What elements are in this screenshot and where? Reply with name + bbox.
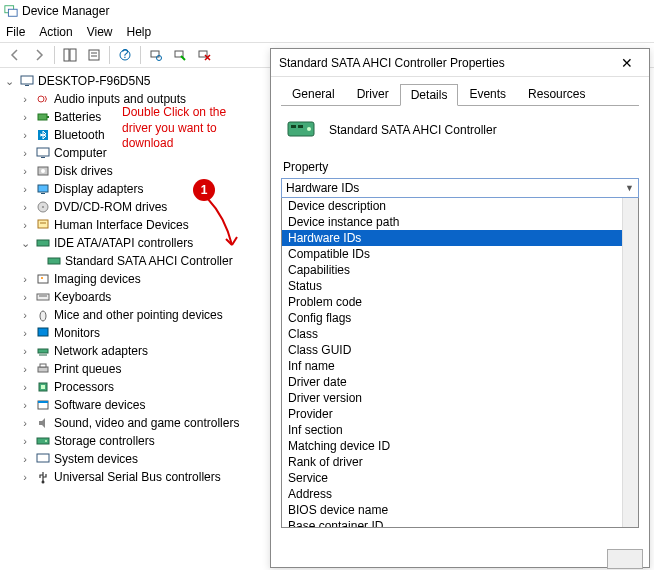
dropdown-item[interactable]: Class bbox=[282, 326, 638, 342]
tree-item[interactable]: ›Sound, video and game controllers bbox=[2, 414, 278, 432]
svg-point-52 bbox=[307, 127, 311, 131]
expand-icon[interactable]: › bbox=[18, 399, 32, 411]
dropdown-item[interactable]: Driver version bbox=[282, 390, 638, 406]
dropdown-item[interactable]: Rank of driver bbox=[282, 454, 638, 470]
show-hide-button[interactable] bbox=[59, 44, 81, 66]
expand-icon[interactable]: › bbox=[18, 183, 32, 195]
dialog-button[interactable] bbox=[607, 549, 643, 569]
collapse-icon[interactable]: ⌄ bbox=[2, 75, 16, 88]
property-dropdown[interactable]: Device descriptionDevice instance pathHa… bbox=[281, 198, 639, 528]
expand-icon[interactable]: › bbox=[18, 417, 32, 429]
separator bbox=[109, 46, 110, 64]
tree-item-label: IDE ATA/ATAPI controllers bbox=[54, 236, 193, 250]
annotation-arrow-1 bbox=[190, 197, 240, 257]
category-icon bbox=[35, 217, 51, 233]
menu-view[interactable]: View bbox=[87, 25, 113, 39]
tree-item-label: Human Interface Devices bbox=[54, 218, 189, 232]
tab-general[interactable]: General bbox=[281, 83, 346, 105]
property-selected: Hardware IDs bbox=[286, 181, 359, 195]
dropdown-item[interactable]: Device instance path bbox=[282, 214, 638, 230]
dropdown-item[interactable]: Inf section bbox=[282, 422, 638, 438]
dropdown-item[interactable]: Service bbox=[282, 470, 638, 486]
scan-button[interactable] bbox=[145, 44, 167, 66]
device-header: Standard SATA AHCI Controller bbox=[281, 106, 639, 158]
svg-rect-17 bbox=[47, 116, 49, 118]
dropdown-item[interactable]: Driver date bbox=[282, 374, 638, 390]
expand-icon[interactable]: › bbox=[18, 309, 32, 321]
expand-icon[interactable]: › bbox=[18, 381, 32, 393]
tab-driver[interactable]: Driver bbox=[346, 83, 400, 105]
tree-item[interactable]: ›System devices bbox=[2, 450, 278, 468]
dropdown-item[interactable]: Problem code bbox=[282, 294, 638, 310]
tree-item-label: Storage controllers bbox=[54, 434, 155, 448]
expand-icon[interactable]: › bbox=[18, 273, 32, 285]
tree-item[interactable]: ›Imaging devices bbox=[2, 270, 278, 288]
expand-icon[interactable]: › bbox=[18, 165, 32, 177]
dropdown-item[interactable]: Matching device ID bbox=[282, 438, 638, 454]
update-button[interactable] bbox=[169, 44, 191, 66]
expand-icon[interactable]: › bbox=[18, 345, 32, 357]
tree-item[interactable]: ›Keyboards bbox=[2, 288, 278, 306]
separator bbox=[140, 46, 141, 64]
tree-item[interactable]: ›Disk drives bbox=[2, 162, 278, 180]
tree-item[interactable]: ›Network adapters bbox=[2, 342, 278, 360]
tree-item[interactable]: ›Storage controllers bbox=[2, 432, 278, 450]
expand-icon[interactable]: › bbox=[18, 363, 32, 375]
svg-rect-33 bbox=[37, 294, 49, 300]
expand-icon[interactable]: › bbox=[18, 219, 32, 231]
dropdown-item[interactable]: Class GUID bbox=[282, 342, 638, 358]
expand-icon[interactable]: › bbox=[18, 111, 32, 123]
expand-icon[interactable]: › bbox=[18, 147, 32, 159]
expand-icon[interactable]: ⌄ bbox=[18, 237, 32, 250]
tree-item[interactable]: ›Display adapters bbox=[2, 180, 278, 198]
tab-resources[interactable]: Resources bbox=[517, 83, 596, 105]
tree-item[interactable]: ›Software devices bbox=[2, 396, 278, 414]
dropdown-item[interactable]: Hardware IDs bbox=[282, 230, 638, 246]
tab-events[interactable]: Events bbox=[458, 83, 517, 105]
forward-button[interactable] bbox=[28, 44, 50, 66]
tree-item[interactable]: ›Universal Serial Bus controllers bbox=[2, 468, 278, 486]
uninstall-button[interactable] bbox=[193, 44, 215, 66]
dialog-titlebar: Standard SATA AHCI Controller Properties… bbox=[271, 49, 649, 77]
expand-icon[interactable]: › bbox=[18, 453, 32, 465]
expand-icon[interactable]: › bbox=[18, 327, 32, 339]
dropdown-item[interactable]: Provider bbox=[282, 406, 638, 422]
tab-details[interactable]: Details bbox=[400, 84, 459, 106]
expand-icon[interactable]: › bbox=[18, 93, 32, 105]
separator bbox=[54, 46, 55, 64]
category-icon bbox=[35, 271, 51, 287]
scrollbar[interactable] bbox=[622, 198, 638, 527]
properties-dialog: Standard SATA AHCI Controller Properties… bbox=[270, 48, 650, 568]
dropdown-item[interactable]: Config flags bbox=[282, 310, 638, 326]
menu-action[interactable]: Action bbox=[39, 25, 72, 39]
dropdown-item[interactable]: BIOS device name bbox=[282, 502, 638, 518]
dropdown-item[interactable]: Device description bbox=[282, 198, 638, 214]
svg-rect-50 bbox=[291, 125, 296, 128]
expand-icon[interactable]: › bbox=[18, 435, 32, 447]
svg-rect-2 bbox=[64, 49, 69, 61]
expand-icon[interactable]: › bbox=[18, 201, 32, 213]
property-select[interactable]: Hardware IDs ▼ bbox=[281, 178, 639, 198]
tree-item[interactable]: ›Monitors bbox=[2, 324, 278, 342]
help-button[interactable]: ? bbox=[114, 44, 136, 66]
tree-item[interactable]: ›Print queues bbox=[2, 360, 278, 378]
dropdown-item[interactable]: Compatible IDs bbox=[282, 246, 638, 262]
dropdown-item[interactable]: Inf name bbox=[282, 358, 638, 374]
tree-item[interactable]: ›Mice and other pointing devices bbox=[2, 306, 278, 324]
dropdown-item[interactable]: Status bbox=[282, 278, 638, 294]
menu-file[interactable]: File bbox=[6, 25, 25, 39]
tree-item[interactable]: ›Processors bbox=[2, 378, 278, 396]
dropdown-item[interactable]: Capabilities bbox=[282, 262, 638, 278]
tree-item-label: DVD/CD-ROM drives bbox=[54, 200, 167, 214]
close-button[interactable]: ✕ bbox=[613, 53, 641, 73]
dropdown-item[interactable]: Address bbox=[282, 486, 638, 502]
tree-root[interactable]: ⌄ DESKTOP-F96D5N5 bbox=[2, 72, 278, 90]
expand-icon[interactable]: › bbox=[18, 471, 32, 483]
tree-item-label: Universal Serial Bus controllers bbox=[54, 470, 221, 484]
expand-icon[interactable]: › bbox=[18, 129, 32, 141]
dropdown-item[interactable]: Base container ID bbox=[282, 518, 638, 528]
properties-button[interactable] bbox=[83, 44, 105, 66]
menu-help[interactable]: Help bbox=[127, 25, 152, 39]
expand-icon[interactable]: › bbox=[18, 291, 32, 303]
back-button[interactable] bbox=[4, 44, 26, 66]
